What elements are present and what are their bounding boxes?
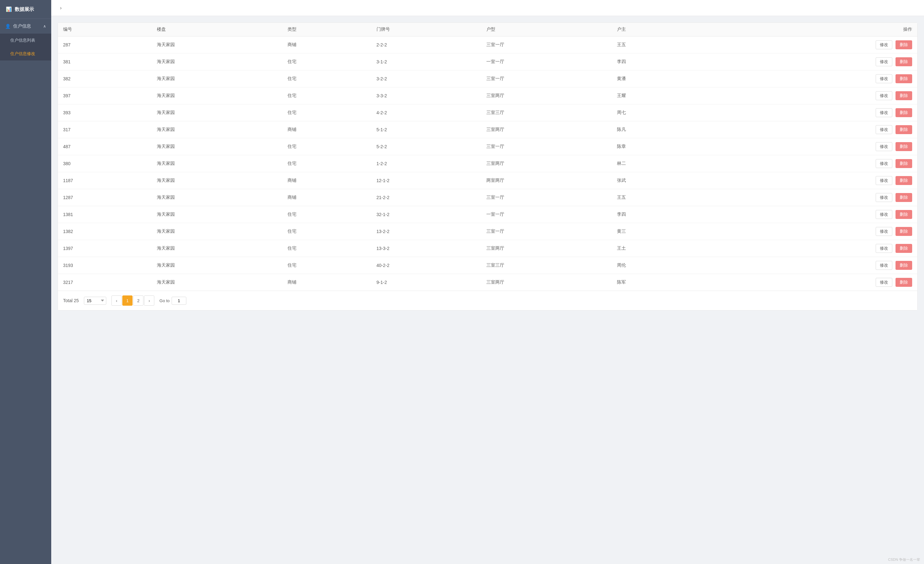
cell-action: 修改 删除 — [701, 206, 917, 223]
delete-button[interactable]: 删除 — [896, 176, 912, 185]
cell-owner: 黄三 — [612, 223, 701, 240]
delete-button[interactable]: 删除 — [896, 125, 912, 134]
edit-button[interactable]: 修改 — [876, 40, 892, 49]
cell-layout: 两室两厅 — [481, 172, 612, 189]
cell-action: 修改 删除 — [701, 223, 917, 240]
delete-button[interactable]: 删除 — [896, 74, 912, 83]
cell-door: 3-1-2 — [371, 54, 481, 70]
edit-button[interactable]: 修改 — [876, 193, 892, 202]
cell-type: 住宅 — [282, 70, 371, 87]
cell-id: 3193 — [58, 257, 152, 274]
cell-layout: 三室两厅 — [481, 240, 612, 257]
goto-input[interactable] — [172, 297, 186, 305]
cell-door: 5-1-2 — [371, 122, 481, 138]
table-row: 3217 海天家园 商铺 9-1-2 三室两厅 陈军 修改 删除 — [58, 274, 917, 291]
cell-building: 海天家园 — [152, 70, 282, 87]
col-action: 操作 — [701, 23, 917, 36]
edit-button[interactable]: 修改 — [876, 278, 892, 287]
cell-door: 21-2-2 — [371, 189, 481, 206]
cell-action: 修改 删除 — [701, 104, 917, 122]
cell-action: 修改 删除 — [701, 138, 917, 155]
goto-label: Go to — [159, 298, 170, 303]
edit-button[interactable]: 修改 — [876, 142, 892, 151]
main-content: › 编号 楼盘 类型 门牌号 户型 户主 操作 287 — [51, 0, 924, 564]
cell-action: 修改 删除 — [701, 257, 917, 274]
col-owner: 户主 — [612, 23, 701, 36]
delete-button[interactable]: 删除 — [896, 244, 912, 253]
edit-button[interactable]: 修改 — [876, 159, 892, 168]
next-page-button[interactable]: › — [144, 296, 154, 306]
delete-button[interactable]: 删除 — [896, 108, 912, 117]
sidebar-item-list[interactable]: 住户信息列表 — [0, 34, 51, 47]
cell-building: 海天家园 — [152, 223, 282, 240]
expand-icon[interactable]: › — [58, 5, 64, 11]
cell-building: 海天家园 — [152, 240, 282, 257]
edit-button[interactable]: 修改 — [876, 108, 892, 117]
cell-layout: 三室一厅 — [481, 223, 612, 240]
cell-layout: 三室两厅 — [481, 122, 612, 138]
sidebar-item-edit[interactable]: 住户信息修改 — [0, 47, 51, 60]
cell-id: 3217 — [58, 274, 152, 291]
cell-type: 住宅 — [282, 54, 371, 70]
edit-button[interactable]: 修改 — [876, 57, 892, 66]
table-row: 487 海天家园 住宅 5-2-2 三室一厅 陈章 修改 删除 — [58, 138, 917, 155]
prev-page-button[interactable]: ‹ — [111, 296, 122, 306]
cell-owner: 周伦 — [612, 257, 701, 274]
cell-id: 382 — [58, 70, 152, 87]
cell-action: 修改 删除 — [701, 240, 917, 257]
delete-button[interactable]: 删除 — [896, 57, 912, 66]
cell-action: 修改 删除 — [701, 189, 917, 206]
cell-building: 海天家园 — [152, 104, 282, 122]
edit-button[interactable]: 修改 — [876, 176, 892, 185]
cell-type: 住宅 — [282, 206, 371, 223]
sidebar-menu-resident[interactable]: 👤 住户信息 ∧ — [0, 19, 51, 34]
cell-layout: 三室两厅 — [481, 274, 612, 291]
col-id: 编号 — [58, 23, 152, 36]
pagination-nav: ‹ 12 › — [111, 296, 154, 306]
col-building: 楼盘 — [152, 23, 282, 36]
cell-owner: 陈军 — [612, 274, 701, 291]
topbar: › — [51, 0, 924, 16]
cell-layout: 三室一厅 — [481, 70, 612, 87]
cell-owner: 李四 — [612, 206, 701, 223]
sidebar-section-resident: 👤 住户信息 ∧ 住户信息列表 住户信息修改 — [0, 19, 51, 60]
edit-button[interactable]: 修改 — [876, 244, 892, 253]
cell-door: 40-2-2 — [371, 257, 481, 274]
page-number-button[interactable]: 1 — [122, 296, 132, 306]
page-number-button[interactable]: 2 — [133, 296, 143, 306]
cell-owner: 黄潘 — [612, 70, 701, 87]
pagination-total: Total 25 — [63, 298, 79, 303]
cell-door: 3-2-2 — [371, 70, 481, 87]
cell-id: 1397 — [58, 240, 152, 257]
edit-button[interactable]: 修改 — [876, 91, 892, 100]
page-size-select[interactable]: 152550 — [84, 297, 106, 305]
cell-door: 4-2-2 — [371, 104, 481, 122]
edit-button[interactable]: 修改 — [876, 261, 892, 270]
cell-type: 住宅 — [282, 104, 371, 122]
table-row: 380 海天家园 住宅 1-2-2 三室两厅 林二 修改 删除 — [58, 155, 917, 172]
delete-button[interactable]: 删除 — [896, 261, 912, 270]
cell-action: 修改 删除 — [701, 70, 917, 87]
table-row: 393 海天家园 住宅 4-2-2 三室三厅 周七 修改 删除 — [58, 104, 917, 122]
edit-button[interactable]: 修改 — [876, 227, 892, 236]
table-row: 317 海天家园 商铺 5-1-2 三室两厅 陈凡 修改 删除 — [58, 122, 917, 138]
table-row: 1382 海天家园 住宅 13-2-2 三室一厅 黄三 修改 删除 — [58, 223, 917, 240]
delete-button[interactable]: 删除 — [896, 142, 912, 151]
footer-credit: CSDN 争做一名一辈 — [51, 555, 924, 564]
sidebar: 📊 数据展示 👤 住户信息 ∧ 住户信息列表 住户信息修改 — [0, 0, 51, 564]
edit-button[interactable]: 修改 — [876, 210, 892, 219]
delete-button[interactable]: 删除 — [896, 278, 912, 287]
delete-button[interactable]: 删除 — [896, 210, 912, 219]
edit-button[interactable]: 修改 — [876, 125, 892, 134]
delete-button[interactable]: 删除 — [896, 227, 912, 236]
cell-door: 2-2-2 — [371, 36, 481, 54]
cell-type: 住宅 — [282, 223, 371, 240]
delete-button[interactable]: 删除 — [896, 193, 912, 202]
edit-button[interactable]: 修改 — [876, 74, 892, 83]
delete-button[interactable]: 删除 — [896, 91, 912, 100]
cell-type: 商铺 — [282, 172, 371, 189]
cell-door: 9-1-2 — [371, 274, 481, 291]
cell-owner: 周七 — [612, 104, 701, 122]
delete-button[interactable]: 删除 — [896, 159, 912, 168]
delete-button[interactable]: 删除 — [896, 40, 912, 49]
